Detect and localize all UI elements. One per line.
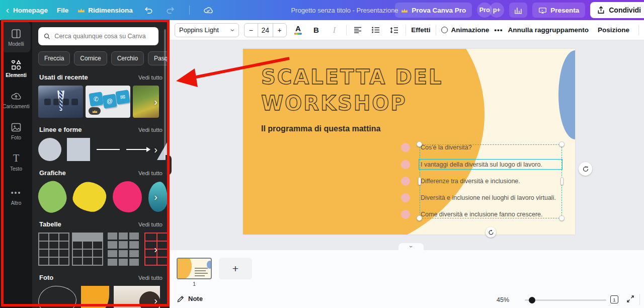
lines-next-chevron-icon[interactable]: › (154, 144, 157, 156)
more-options-button[interactable]: ••• (494, 26, 503, 34)
bar-chart-icon (514, 7, 522, 14)
photo-studio-interior[interactable] (114, 286, 160, 308)
table-grid-plain[interactable] (38, 233, 69, 266)
tables-next-chevron-icon[interactable]: › (154, 244, 157, 255)
italic-button[interactable]: I (328, 23, 341, 37)
ungroup-button[interactable]: Annulla raggruppamento (508, 26, 589, 34)
circle-shape[interactable] (38, 138, 61, 161)
selection-handle-top-left[interactable] (417, 141, 422, 147)
font-size-increase-button[interactable]: + (273, 26, 286, 34)
font-family-select[interactable]: Poppins Light › (175, 23, 239, 37)
insights-button[interactable] (509, 3, 527, 18)
slide-title[interactable]: SCALETTA DEL WORKSHOP (261, 64, 443, 116)
font-size-decrease-button[interactable]: − (245, 26, 258, 34)
share-button[interactable]: Condividi (590, 2, 644, 18)
recent-photo-businessman[interactable] (38, 86, 83, 118)
fullscreen-button[interactable] (626, 295, 634, 305)
line-shape[interactable] (97, 149, 120, 150)
search-box[interactable] (38, 27, 158, 45)
grid-view-button[interactable]: 1 (610, 294, 621, 305)
notes-button[interactable]: Note (177, 295, 203, 302)
selected-text-outline[interactable] (419, 159, 562, 170)
document-title[interactable]: Progetto senza titolo - Presentazione (291, 0, 398, 20)
style-shuffle-button[interactable] (579, 162, 592, 176)
resize-button[interactable]: Ridimensiona (77, 7, 133, 14)
effects-button[interactable]: Effetti (411, 26, 430, 34)
sidebar-item-foto[interactable]: Foto (2, 116, 31, 146)
page-thumbnail-1[interactable] (177, 258, 212, 279)
chip-cornice[interactable]: Cornice (74, 51, 107, 65)
animation-button[interactable]: Animazione (441, 26, 490, 34)
zoom-slider[interactable] (525, 299, 606, 301)
group-selection-box[interactable] (420, 144, 562, 218)
recent-next-chevron-icon[interactable]: › (154, 96, 157, 108)
position-button[interactable]: Posizione (598, 26, 629, 34)
square-shape[interactable] (67, 138, 90, 161)
search-input[interactable] (54, 33, 153, 40)
see-all-photos[interactable]: Vedi tutto (138, 275, 163, 281)
present-button[interactable]: Presenta (532, 3, 585, 18)
graphic-blob-teal[interactable] (148, 182, 168, 212)
bullet-dot[interactable] (401, 177, 410, 186)
see-all-recent[interactable]: Vedi tutto (138, 74, 163, 81)
try-canva-pro-button[interactable]: Prova Canva Pro (395, 3, 472, 18)
graphic-blob-pink[interactable] (113, 181, 142, 212)
redo-button[interactable] (164, 4, 177, 17)
font-size-value[interactable]: 24 (258, 24, 273, 37)
bullet-dot[interactable] (401, 210, 410, 219)
back-chevron-icon: ‹ (6, 6, 9, 15)
photo-orange-shape[interactable] (81, 286, 109, 308)
strip-collapse-tab[interactable]: › (398, 243, 424, 250)
table-grid-header[interactable] (72, 233, 103, 266)
table-grid-solid[interactable] (108, 233, 139, 266)
see-all-tables[interactable]: Vedi tutto (138, 221, 163, 227)
sidebar-item-altro[interactable]: ••• Altro (2, 181, 31, 211)
chip-pasqua[interactable]: Pasqua (148, 51, 170, 65)
rotate-handle[interactable] (486, 227, 496, 238)
selection-handle-left[interactable] (418, 177, 421, 185)
page-stack-front: 1 (610, 295, 618, 303)
bold-button[interactable]: B (310, 23, 323, 37)
selection-handle-bottom-right[interactable] (559, 215, 565, 221)
homepage-button[interactable]: ‹ Homepage (6, 6, 48, 15)
selection-handle-right[interactable] (560, 177, 564, 185)
graphic-blob-yellow[interactable] (71, 180, 108, 214)
chip-freccia[interactable]: Freccia (38, 51, 70, 65)
panel-collapse-tab[interactable]: ‹ (166, 155, 172, 175)
slide-subtitle[interactable]: Il programma di questa mattina (261, 124, 380, 133)
zoom-slider-knob[interactable] (529, 297, 535, 303)
zoom-level[interactable]: 45% (497, 296, 509, 303)
bullet-dot[interactable] (401, 143, 410, 152)
text-align-button[interactable] (351, 23, 364, 37)
undo-button[interactable] (142, 4, 155, 17)
line-spacing-button[interactable] (387, 23, 400, 37)
slide-blue-blob[interactable] (558, 50, 575, 139)
graphics-next-chevron-icon[interactable]: › (154, 191, 157, 203)
see-all-graphics[interactable]: Vedi tutto (138, 170, 163, 176)
statusbar-divider (639, 294, 640, 305)
selection-handle-top-right[interactable] (559, 141, 565, 147)
photo-outline-frame[interactable] (38, 286, 76, 308)
bullet-dot[interactable] (401, 193, 410, 202)
graphic-blob-green[interactable] (35, 179, 69, 215)
canvas-workspace[interactable]: SCALETTA DEL WORKSHOP Il programma di qu… (170, 40, 644, 308)
selection-handle-bottom-left[interactable] (417, 215, 422, 221)
photos-next-chevron-icon[interactable]: › (154, 295, 157, 306)
toolbar-divider (346, 25, 347, 35)
add-page-button[interactable]: + (219, 258, 252, 279)
avatar-p-plus[interactable]: p+ (489, 3, 504, 18)
recent-photo-keyboard[interactable]: ✆ @ ✉ (86, 86, 130, 118)
bullet-list-button[interactable] (369, 23, 382, 37)
sidebar-item-testo[interactable]: T Testo (2, 147, 31, 177)
see-all-lines[interactable]: Vedi tutto (138, 127, 163, 133)
bullet-dot[interactable] (401, 160, 410, 169)
sidebar-item-modelli[interactable]: Modelli (2, 22, 31, 52)
arrow-shape[interactable] (126, 149, 149, 150)
chip-cerchio[interactable]: Cerchio (111, 51, 144, 65)
file-menu-button[interactable]: File (57, 7, 68, 14)
sidebar-item-elementi[interactable]: Elementi (2, 53, 31, 84)
sidebar-item-caricamenti[interactable]: Caricamenti (2, 85, 31, 115)
cloud-save-status-button[interactable] (202, 4, 215, 17)
panel-scrollbar[interactable] (164, 29, 166, 159)
text-color-button[interactable]: A (292, 23, 305, 37)
